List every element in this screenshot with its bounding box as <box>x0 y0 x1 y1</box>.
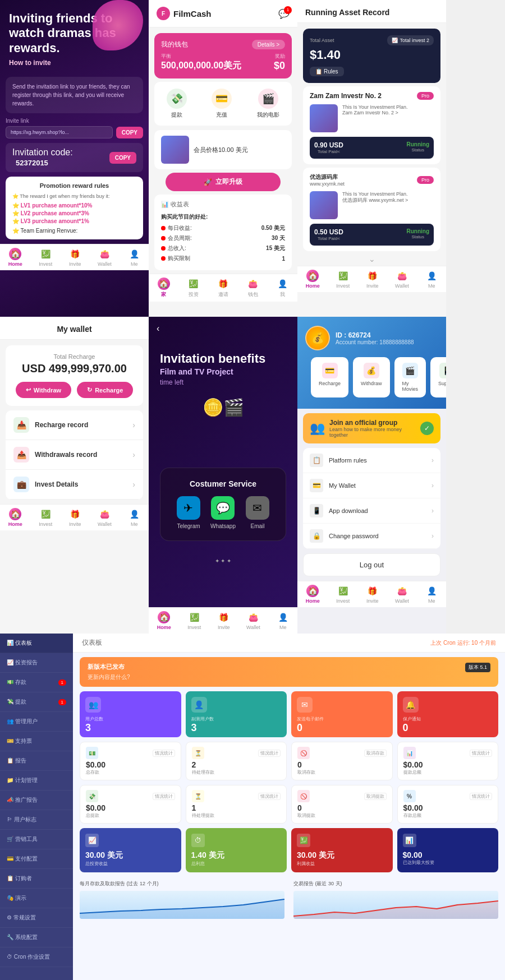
sidebar-item-dashboard[interactable]: 📊 仪表板 <box>0 634 73 653</box>
sidebar-item-marketing[interactable]: 🛒 营销工具 <box>0 830 73 849</box>
recharge-button[interactable]: ↻ Recharge <box>77 382 133 398</box>
asset-nav-me[interactable]: 👤 Me <box>425 270 438 289</box>
invest-details-item[interactable]: 💼 Invest Details › <box>6 470 143 500</box>
nav-invite[interactable]: 🎁 Invite <box>69 248 81 267</box>
invite-link-row: https://xg.hwym.shop?lo... COPY <box>6 126 143 138</box>
sidebar-item-promo-report[interactable]: 📣 推广报告 <box>0 791 73 810</box>
sidebar-item-users[interactable]: 👥 管理用户 <box>0 712 73 732</box>
fc-nav-invest[interactable]: 💹 投资 <box>187 278 200 298</box>
asset-nav-invest[interactable]: 💹 Invest <box>336 270 350 289</box>
total-asset-label: Total Asset <box>310 38 334 43</box>
pr-nav-home[interactable]: 🏠 Home <box>306 585 320 604</box>
app-download-item[interactable]: 📱 App download › <box>303 498 440 524</box>
back-button[interactable]: ‹ <box>149 317 297 340</box>
email-channel[interactable]: ✉ Email <box>246 496 269 529</box>
asset-nav-invite[interactable]: 🎁 Invite <box>366 270 379 289</box>
copy-code-button[interactable]: COPY <box>109 152 136 164</box>
deposit-badge: 1 <box>58 679 66 686</box>
sidebar-item-general[interactable]: ⚙ 常规设置 <box>0 908 73 928</box>
sidebar-item-support[interactable]: 🎫 支持票 <box>0 732 73 751</box>
total-invest-button[interactable]: 📈 Total invest 2 <box>387 35 434 45</box>
svc-nav-home[interactable]: 🏠 Home <box>157 611 171 630</box>
logout-button[interactable]: Log out <box>303 553 440 576</box>
sidebar-item-payment[interactable]: 💳 支付配置 <box>0 849 73 869</box>
sidebar-item-cron[interactable]: ⏱ Cron 作业设置 <box>0 947 73 967</box>
sidebar-item-user-flags[interactable]: 🏳 用户标志 <box>0 810 73 830</box>
pr-nav-me[interactable]: 👤 Me <box>425 585 438 604</box>
nav-invest[interactable]: 💹 Invest <box>39 248 52 267</box>
nav-wallet[interactable]: 👛 Wallet <box>98 248 112 267</box>
asset-nav-wallet[interactable]: 👛 Wallet <box>395 270 409 289</box>
upgrade-button[interactable]: 🚀 立即升级 <box>166 173 281 191</box>
total-invest-label: 总投资收益 <box>85 861 176 867</box>
sidebar-item-withdraw[interactable]: 💸 提款1 <box>0 692 73 712</box>
svc-me-icon: 👤 <box>277 611 289 623</box>
stat2-cancel-deposit: 🚫 取消存款 0 取消存款 <box>291 742 393 780</box>
whatsapp-channel[interactable]: 💬 Whatsapp <box>210 496 236 529</box>
action-recharge[interactable]: 💳 充值 <box>212 89 232 119</box>
mw-nav-me[interactable]: 👤 Me <box>128 508 140 527</box>
withdraw-button[interactable]: ↩ Withdraw <box>16 382 71 398</box>
sidebar-item-invest-report[interactable]: 📈 投资报告 <box>0 653 73 673</box>
mw-nav-wallet[interactable]: 👛 Wallet <box>98 508 112 527</box>
action-movies[interactable]: 🎬 我的电影 <box>257 89 279 119</box>
mw-nav-invite[interactable]: 🎁 Invite <box>69 508 81 527</box>
details-button[interactable]: Details > <box>252 40 285 49</box>
asset-nav-home[interactable]: 🏠 Home <box>306 270 320 289</box>
sidebar-item-plans[interactable]: 📁 计划管理 <box>0 771 73 791</box>
notify-icon: 🔔 <box>403 697 419 713</box>
bc-profit: 💹 30.00 美元 利属收益 <box>291 828 393 872</box>
mw-nav-home[interactable]: 🏠 Home <box>8 508 22 527</box>
benefit-period-value: 30 天 <box>272 234 285 242</box>
profile-user: 💰 ID : 626724 Account number: 1888888888… <box>305 326 438 350</box>
telegram-channel[interactable]: ✈ Telegram <box>177 496 200 529</box>
copy-link-button[interactable]: COPY <box>116 127 143 138</box>
profile-menu: 📋 Platform rules › 💳 My Wallet › 📱 App d… <box>303 448 440 549</box>
change-password-item[interactable]: 🔒 Change password › <box>303 524 440 549</box>
invest-details-icon: 💼 <box>13 477 29 492</box>
pr-nav-invite[interactable]: 🎁 Invite <box>366 585 379 604</box>
nav-me[interactable]: 👤 Me <box>128 248 140 267</box>
sidebar-item-reports[interactable]: 📋 报告 <box>0 751 73 771</box>
profile-support-label: Support <box>438 381 446 386</box>
svc-nav-invite[interactable]: 🎁 Invite <box>218 611 230 630</box>
sidebar-item-system[interactable]: 🔧 系统配置 <box>0 928 73 947</box>
profile-movies-card[interactable]: 🎬 My Movies <box>394 357 426 397</box>
join-group-banner[interactable]: 👥 Join an official group Learn how to ma… <box>303 413 440 443</box>
svc-nav-wallet[interactable]: 👛 Wallet <box>246 611 260 630</box>
action-withdraw[interactable]: 💸 提款 <box>167 89 187 119</box>
pr-nav-invest[interactable]: 💹 Invest <box>336 585 350 604</box>
change-password-label: Change password <box>329 533 431 539</box>
recharge-record-item[interactable]: 📥 Recharge record › <box>6 410 143 440</box>
mw-nav-invest[interactable]: 💹 Invest <box>39 508 52 527</box>
svc-nav-invest[interactable]: 💹 Invest <box>187 611 201 630</box>
fc-nav-home[interactable]: 🏠 家 <box>158 278 170 298</box>
asset-nav-wallet-label: Wallet <box>395 283 409 289</box>
fc-nav-wallet[interactable]: 👛 钱包 <box>247 278 259 298</box>
fc-nav-invite[interactable]: 🎁 邀请 <box>217 278 229 298</box>
svc-nav-home-label: Home <box>157 625 171 630</box>
deposit-sum-label: 存款总额 <box>403 812 493 819</box>
join-banner-text: Join an official group Learn how to make… <box>329 419 416 438</box>
chevron-right-icon-2: › <box>132 450 135 459</box>
total-invest-val: 30.00 美元 <box>85 850 176 861</box>
platform-rules-item[interactable]: 📋 Platform rules › <box>303 448 440 473</box>
app-download-icon: 📱 <box>310 504 323 517</box>
profile-recharge-card[interactable]: 💳 Recharge <box>311 357 348 397</box>
my-wallet-item[interactable]: 💳 My Wallet › <box>303 473 440 498</box>
rules-button[interactable]: 📋 Rules <box>310 67 344 76</box>
svc-nav-me[interactable]: 👤 Me <box>277 611 289 630</box>
sidebar-item-deposit[interactable]: 💵 存款1 <box>0 673 73 692</box>
sidebar-item-subscribers[interactable]: 📋 订购者 <box>0 869 73 889</box>
fc-nav-me[interactable]: 👤 我 <box>277 278 289 298</box>
nav-home[interactable]: 🏠 Home <box>8 248 22 267</box>
chevron-down-icon: ⌄ <box>297 255 446 264</box>
film-tv-subtitle: Film and TV Project <box>160 367 286 376</box>
withdrawals-record-item[interactable]: 📤 Withdrawals record › <box>6 440 143 470</box>
sidebar-item-demo[interactable]: 🎭 演示 <box>0 889 73 908</box>
profile-support-card[interactable]: 📱 Support <box>430 357 446 397</box>
pr-nav-wallet[interactable]: 👛 Wallet <box>395 585 409 604</box>
chat-icon-wrapper[interactable]: 💬 1 <box>278 8 290 19</box>
screen-mywallet: My wallet Total Recharge USD 499,999,970… <box>0 317 149 634</box>
profile-withdraw-card[interactable]: 💰 Withdraw <box>353 357 390 397</box>
